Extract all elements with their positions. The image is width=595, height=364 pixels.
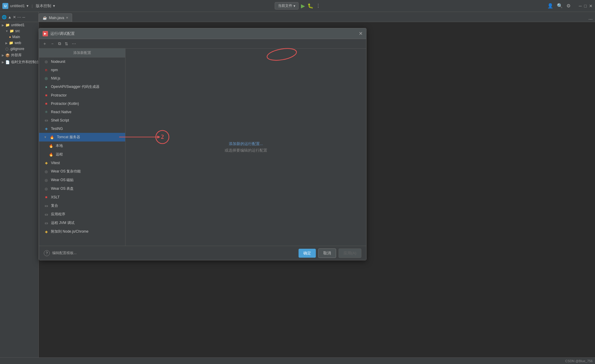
nodeunit-icon: ◎ bbox=[44, 59, 49, 64]
config-item-protractor-kotlin[interactable]: ■ Protractor (Kotlin) bbox=[39, 99, 125, 108]
more-button[interactable]: ⋮ bbox=[316, 3, 321, 9]
sidebar-toolbar-more[interactable]: ⋯ bbox=[17, 15, 21, 19]
config-item-tomcat-local[interactable]: 🔥 本地 bbox=[39, 141, 125, 150]
maximize-button[interactable]: □ bbox=[584, 4, 587, 8]
dialog-footer: ? 编辑配置模板... 确定 取消 应用(A) bbox=[39, 246, 366, 260]
config-item-label: 本地 bbox=[56, 143, 63, 148]
tomcat-arrow-icon: ▼ bbox=[44, 136, 47, 139]
vcs-dropdown[interactable]: ▾ bbox=[53, 4, 55, 8]
config-item-application[interactable]: ▭ 应用程序 bbox=[39, 210, 125, 219]
sidebar-toolbar-up[interactable]: ▲ bbox=[8, 15, 12, 19]
react-native-icon: ⚛ bbox=[44, 110, 49, 114]
edit-template-link[interactable]: 编辑配置模板... bbox=[52, 251, 77, 256]
tomcat-icon: 🔥 bbox=[50, 135, 55, 140]
apply-button[interactable]: 应用(A) bbox=[338, 248, 361, 258]
right-panel: 添加新的运行配置... 或选择要编辑的运行配置 bbox=[125, 49, 366, 246]
config-item-nwjs[interactable]: ◎ NW.js bbox=[39, 74, 125, 83]
main-layout: ▶ 📁 untitled1 ▼ 📁 src ● Main ▶ 📁 web ◌ .… bbox=[0, 22, 595, 364]
app-icon: U bbox=[2, 3, 8, 9]
npm-icon: n bbox=[44, 68, 49, 72]
config-item-label: Wear OS 磁贴 bbox=[51, 178, 74, 183]
sidebar-toolbar-globe[interactable]: 🌐 bbox=[2, 15, 7, 19]
config-item-label: Nodeunit bbox=[51, 60, 65, 64]
dialog-title-icon: ▶ bbox=[43, 31, 48, 36]
config-item-shell-script[interactable]: ▭ Shell Script bbox=[39, 116, 125, 125]
minimize-button[interactable]: ─ bbox=[579, 4, 582, 8]
help-button[interactable]: ? bbox=[44, 250, 50, 256]
wearos-tile-icon: ◎ bbox=[44, 178, 49, 183]
config-item-label: React Native bbox=[51, 110, 72, 114]
user-icon[interactable]: 👤 bbox=[547, 3, 553, 9]
close-button[interactable]: ✕ bbox=[589, 4, 593, 8]
config-item-testng[interactable]: ◈ TestNG bbox=[39, 125, 125, 133]
config-item-label: 复合 bbox=[51, 203, 58, 208]
shell-script-icon: ▭ bbox=[44, 118, 49, 123]
config-item-xslt[interactable]: ■ XSLT bbox=[39, 193, 125, 201]
config-item-react-native[interactable]: ⚛ React Native bbox=[39, 108, 125, 116]
project-dropdown[interactable]: ▾ bbox=[27, 4, 29, 8]
config-item-openapi[interactable]: ● OpenAPI/Swagger 代码生成器 bbox=[39, 83, 125, 91]
toolbar-more-button[interactable]: ⋯ bbox=[71, 41, 77, 47]
window-controls: ─ □ ✕ bbox=[579, 4, 593, 8]
config-item-wearos-face[interactable]: ◎ Wear OS 表盘 bbox=[39, 184, 125, 193]
empty-state-link[interactable]: 添加新的运行配置... bbox=[229, 141, 263, 147]
title-bar-actions: 👤 🔍 ⚙ ─ □ ✕ bbox=[547, 3, 593, 9]
toolbar-remove-button[interactable]: － bbox=[49, 41, 56, 47]
config-item-attach-nodejs[interactable]: ◆ 附加到 Node.js/Chrome bbox=[39, 227, 125, 236]
testng-icon: ◈ bbox=[44, 126, 49, 131]
tab-main-java[interactable]: ☕ Main.java ✕ bbox=[39, 13, 72, 22]
toolbar-move-button[interactable]: ⇅ bbox=[63, 41, 69, 47]
toolbar-copy-button[interactable]: ⧉ bbox=[57, 41, 62, 47]
empty-state-text: 或选择要编辑的运行配置 bbox=[225, 148, 267, 153]
application-icon: ▭ bbox=[44, 212, 49, 217]
config-panel-header: 添加新配置 bbox=[39, 49, 125, 57]
tab-close-icon[interactable]: ✕ bbox=[66, 16, 68, 19]
config-item-label: XSLT bbox=[51, 195, 60, 199]
config-item-vitest[interactable]: ◆ Vitest bbox=[39, 159, 125, 167]
config-item-tomcat[interactable]: ▼ 🔥 Tomcat 服务器 bbox=[39, 133, 125, 141]
compound-icon: ▭ bbox=[44, 203, 49, 208]
config-item-label: 远程 JVM 调试 bbox=[51, 220, 74, 225]
config-item-protractor[interactable]: ■ Protractor bbox=[39, 91, 125, 99]
config-item-label: TestNG bbox=[51, 127, 63, 131]
config-item-label: Wear OS 表盘 bbox=[51, 186, 74, 191]
config-item-wearos-complex[interactable]: ◎ Wear OS 复杂功能 bbox=[39, 167, 125, 176]
wearos-complex-icon: ◎ bbox=[44, 169, 49, 174]
run-button[interactable]: ▶ bbox=[301, 3, 305, 9]
confirm-button[interactable]: 确定 bbox=[299, 249, 316, 258]
config-item-label: Protractor bbox=[51, 93, 67, 97]
cancel-button[interactable]: 取消 bbox=[318, 248, 336, 258]
tab-java-icon: ☕ bbox=[43, 16, 47, 20]
tab-label: Main.java bbox=[49, 16, 64, 20]
xslt-icon: ■ bbox=[44, 195, 49, 200]
search-icon[interactable]: 🔍 bbox=[557, 3, 563, 9]
config-item-compound[interactable]: ▭ 复合 bbox=[39, 201, 125, 210]
debug-button[interactable]: 🐛 bbox=[307, 3, 313, 9]
current-file-button[interactable]: 当前文件 ▾ bbox=[275, 2, 299, 10]
toolbar-add-button[interactable]: ＋ bbox=[41, 41, 48, 47]
config-item-npm[interactable]: n npm bbox=[39, 66, 125, 74]
project-name[interactable]: untitled1 bbox=[10, 4, 25, 8]
config-item-label: 应用程序 bbox=[51, 212, 65, 217]
dialog-close-button[interactable]: ✕ bbox=[359, 31, 363, 36]
config-item-label: npm bbox=[51, 68, 58, 72]
tabs-more-button[interactable]: ⋯ bbox=[588, 17, 593, 22]
openapi-icon: ● bbox=[44, 85, 49, 89]
config-item-label: Wear OS 复杂功能 bbox=[51, 169, 81, 174]
config-item-tomcat-remote[interactable]: 🔥 远程 bbox=[39, 150, 125, 159]
settings-icon[interactable]: ⚙ bbox=[566, 3, 571, 9]
config-item-nodeunit[interactable]: ◎ Nodeunit bbox=[39, 57, 125, 66]
config-item-label: 附加到 Node.js/Chrome bbox=[51, 229, 88, 234]
vcs-label[interactable]: 版本控制 bbox=[36, 3, 51, 9]
dialog-toolbar: ＋ － ⧉ ⇅ ⋯ bbox=[39, 39, 366, 49]
attach-nodejs-icon: ◆ bbox=[44, 229, 49, 234]
config-item-label: Vitest bbox=[51, 161, 60, 165]
sidebar-toolbar-minimize[interactable]: ─ bbox=[22, 15, 25, 19]
config-item-label: OpenAPI/Swagger 代码生成器 bbox=[51, 84, 100, 89]
config-item-wearos-tile[interactable]: ◎ Wear OS 磁贴 bbox=[39, 176, 125, 184]
config-panel: 添加新配置 ◎ Nodeunit n npm ◎ NW.js bbox=[39, 49, 125, 246]
wearos-face-icon: ◎ bbox=[44, 186, 49, 191]
config-item-remote-jvm[interactable]: ▭ 远程 JVM 调试 bbox=[39, 219, 125, 227]
tomcat-local-icon: 🔥 bbox=[49, 144, 53, 148]
sidebar-toolbar-close[interactable]: ✕ bbox=[13, 15, 16, 19]
